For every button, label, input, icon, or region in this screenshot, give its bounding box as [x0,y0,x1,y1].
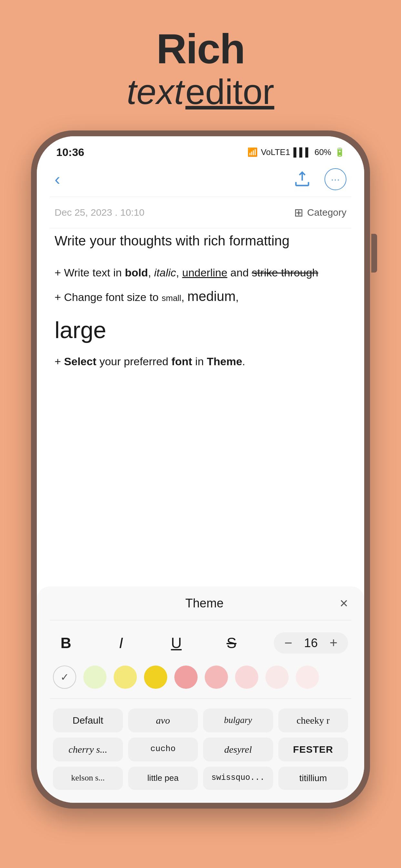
battery-icon: 🔋 [335,147,345,157]
note-body: + Write text in bold, italic, underline … [55,264,346,371]
category-label: Category [307,207,346,218]
header-text-italic: text [127,72,184,112]
meta-row: Dec 25, 2023 . 10:10 ⊞ Category [37,197,364,228]
bars-icon: ▌▌▌ [294,147,311,157]
note-strike: strike through [252,267,318,279]
note-bold: bold [125,267,148,279]
font-cucho[interactable]: cucho [128,738,198,762]
note-underline: underline [182,267,227,279]
note-preferred: your preferred [96,355,172,368]
color-light-green[interactable] [83,665,106,689]
font-little[interactable]: little pea [128,767,198,790]
theme-panel: Theme × B I U S − 16 + [37,586,364,803]
note-font: font [172,355,192,368]
note-prefix-1: + Write text in [55,267,125,279]
bold-button[interactable]: B [53,630,79,656]
note-italic: italic [154,267,176,279]
category-icon: ⊞ [294,206,303,219]
header-subtitle: text editor [127,72,274,111]
note-comma1: , [148,267,154,279]
font-avo[interactable]: avo [128,709,198,733]
phone-wrapper: 10:36 📶 VoLTE1 ▌▌▌ 60% 🔋 ‹ [31,130,370,809]
font-titillium[interactable]: titillium [278,767,348,790]
font-desyrel[interactable]: desyrel [203,738,273,762]
note-text-small: small [162,293,181,303]
note-title: Write your thoughts with rich formatting [55,231,346,251]
header-section: Rich text editor [127,26,274,111]
colors-divider [50,699,351,699]
note-date: Dec 25, 2023 . 10:10 [55,207,145,218]
font-size-value: 16 [303,636,319,650]
font-fester[interactable]: FESTER [278,738,348,762]
color-row: ✓ [53,665,348,689]
color-light-yellow[interactable] [114,665,137,689]
more-button[interactable]: ··· [325,168,346,190]
color-extra[interactable] [296,665,319,689]
note-theme: Theme [207,355,243,368]
font-bulgary[interactable]: bulgary [203,709,273,733]
font-default[interactable]: Default [53,709,123,733]
note-text-large: large [55,310,346,350]
header-editor-underline: editor [185,72,274,112]
phone-inner: 10:36 📶 VoLTE1 ▌▌▌ 60% 🔋 ‹ [37,136,364,803]
font-kelson[interactable]: kelson s... [53,767,123,790]
note-period: . [242,355,245,368]
note-line-3: + Select your preferred font in Theme. [55,352,346,371]
color-pink[interactable] [174,665,197,689]
wifi-icon: 📶 [247,147,258,157]
theme-header: Theme × [53,596,348,610]
back-button[interactable]: ‹ [55,169,60,189]
status-bar: 10:36 📶 VoLTE1 ▌▌▌ 60% 🔋 [37,136,364,162]
theme-title: Theme [69,596,340,610]
nav-bar: ‹ ··· [37,162,364,197]
formatting-row: B I U S − 16 + [53,630,348,656]
note-comma4: , [236,291,239,303]
color-light-pink[interactable] [205,665,228,689]
battery-indicator: 60% [314,147,331,157]
font-size-control: − 16 + [274,632,348,654]
theme-close-button[interactable]: × [340,596,348,610]
color-pale-pink[interactable] [235,665,258,689]
note-text-medium: medium [187,289,235,304]
share-button[interactable] [291,168,313,190]
font-grid: Default avo bulgary cheeky r cherry s...… [53,709,348,790]
underline-button[interactable]: U [163,630,189,656]
color-yellow[interactable] [144,665,167,689]
note-in: in [192,355,207,368]
status-icons: 📶 VoLTE1 ▌▌▌ 60% 🔋 [247,147,345,157]
note-and: and [227,267,252,279]
note-line-1: + Write text in bold, italic, underline … [55,264,346,282]
color-none-selected[interactable]: ✓ [53,665,76,689]
category-button[interactable]: ⊞ Category [294,206,346,219]
signal-icon: VoLTE1 [261,147,290,157]
note-comma2: , [176,267,182,279]
italic-button[interactable]: I [108,630,134,656]
font-size-decrease[interactable]: − [280,635,297,651]
font-swiss[interactable]: swissquo... [203,767,273,790]
font-size-increase[interactable]: + [326,635,342,651]
note-prefix-3: + [55,355,64,368]
color-very-pale-pink[interactable] [266,665,289,689]
note-content: Write your thoughts with rich formatting… [37,228,364,586]
phone-frame: 10:36 📶 VoLTE1 ▌▌▌ 60% 🔋 ‹ [31,130,370,809]
nav-actions: ··· [291,168,346,190]
note-line-large: large [55,310,346,350]
note-select: Select [64,355,96,368]
font-cheeky[interactable]: cheeky r [278,709,348,733]
note-prefix-2: + Change font size to [55,291,162,303]
strikethrough-button[interactable]: S [219,630,244,656]
header-rich-label: Rich [127,26,274,72]
font-cherry[interactable]: cherry s... [53,738,123,762]
note-line-2: + Change font size to small, medium, [55,285,346,308]
theme-divider [50,620,351,620]
note-comma3: , [181,291,187,303]
status-time: 10:36 [56,146,84,159]
